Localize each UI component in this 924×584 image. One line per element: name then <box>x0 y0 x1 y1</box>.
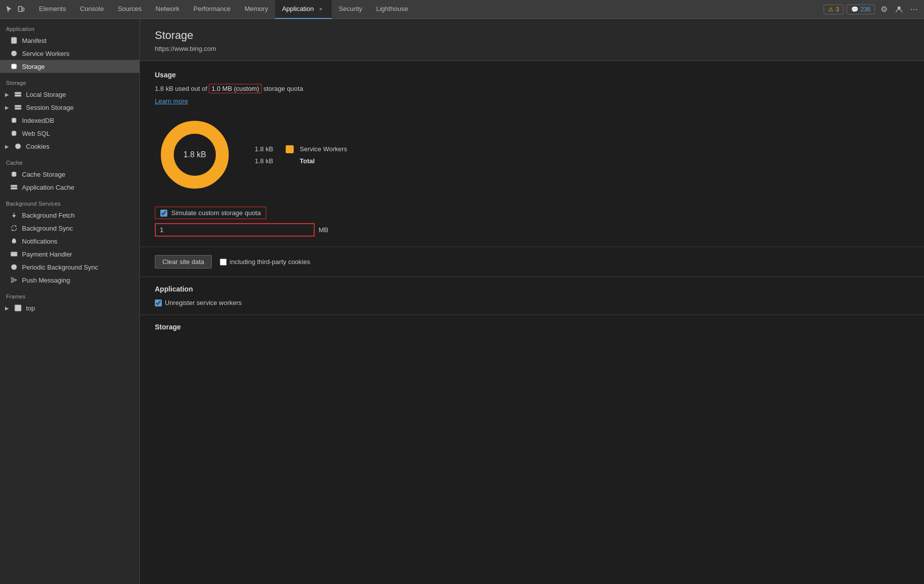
sidebar-item-notifications[interactable]: Notifications <box>0 235 139 248</box>
background-sync-icon <box>10 224 18 232</box>
warning-icon: ⚠ <box>828 6 834 13</box>
tab-sources[interactable]: Sources <box>111 0 149 19</box>
local-storage-icon <box>14 90 22 98</box>
tab-performance[interactable]: Performance <box>186 0 237 19</box>
svg-rect-1 <box>22 8 24 11</box>
legend-label-sw: Service Workers <box>300 145 347 153</box>
tab-application[interactable]: Application × <box>275 0 332 19</box>
app-section: Application Unregister service workers <box>140 277 924 315</box>
legend-row-service-workers: 1.8 kB Service Workers <box>255 145 347 153</box>
info-count: 236 <box>861 6 871 13</box>
sidebar-item-cache-storage[interactable]: Cache Storage <box>0 168 139 181</box>
usage-text: 1.8 kB used out of 1.0 MB (custom) stora… <box>155 84 909 93</box>
sidebar-item-service-workers[interactable]: Service Workers <box>0 47 139 60</box>
learn-more-link[interactable]: Learn more <box>155 97 909 105</box>
sidebar-item-indexeddb[interactable]: IndexedDB <box>0 114 139 127</box>
tab-lighthouse[interactable]: Lighthouse <box>369 0 415 19</box>
svg-point-2 <box>898 6 901 9</box>
storage-section-heading: Storage <box>155 323 909 331</box>
legend-value-sw: 1.8 kB <box>255 145 280 153</box>
legend-row-total: 1.8 kB Total <box>255 157 347 165</box>
simulate-quota-checkbox[interactable] <box>160 210 167 217</box>
usage-section: Usage 1.8 kB used out of 1.0 MB (custom)… <box>140 61 924 247</box>
background-fetch-icon <box>10 211 18 219</box>
chart-area: 1.8 kB 1.8 kB Service Workers 1.8 kB Tot… <box>155 115 909 195</box>
sidebar-item-push-messaging[interactable]: Push Messaging <box>0 274 139 287</box>
legend-swatch-sw <box>286 145 294 153</box>
periodic-bg-sync-icon <box>10 263 18 271</box>
service-workers-icon <box>10 49 18 57</box>
frames-top-icon <box>14 304 22 312</box>
sidebar-item-periodic-bg-sync[interactable]: Periodic Background Sync <box>0 261 139 274</box>
sidebar-item-application-cache[interactable]: Application Cache <box>0 181 139 194</box>
sidebar-section-storage: Storage <box>0 73 139 88</box>
tab-elements[interactable]: Elements <box>32 0 73 19</box>
unregister-sw-row: Unregister service workers <box>155 299 909 306</box>
sidebar-section-bg-services: Background Services <box>0 194 139 209</box>
third-party-label: including third-party cookies <box>230 258 310 266</box>
sidebar-item-local-storage[interactable]: ▶ Local Storage <box>0 88 139 101</box>
notifications-icon <box>10 237 18 245</box>
svg-point-18 <box>17 147 18 148</box>
simulate-quota-row: Simulate custom storage quota <box>155 207 266 219</box>
legend-label-total: Total <box>300 157 315 165</box>
tab-security[interactable]: Security <box>332 0 369 19</box>
sidebar-item-manifest[interactable]: Manifest <box>0 34 139 47</box>
third-party-checkbox[interactable] <box>220 259 227 266</box>
svg-rect-22 <box>11 252 17 256</box>
svg-rect-11 <box>15 105 21 107</box>
quota-input-row: MB <box>155 223 909 237</box>
cookies-arrow: ▶ <box>4 144 10 149</box>
sidebar-item-cookies[interactable]: ▶ Cookies <box>0 140 139 153</box>
sidebar-item-frames-top[interactable]: ▶ top <box>0 301 139 314</box>
session-storage-arrow: ▶ <box>4 105 10 110</box>
local-storage-arrow: ▶ <box>4 92 10 97</box>
page-title: Storage <box>155 29 909 42</box>
tab-list: Elements Console Sources Network Perform… <box>32 0 824 19</box>
storage-icon <box>10 62 18 70</box>
topbar: Elements Console Sources Network Perform… <box>0 0 924 19</box>
svg-rect-10 <box>15 95 21 96</box>
sidebar-section-frames: Frames <box>0 287 139 301</box>
unregister-sw-checkbox[interactable] <box>155 299 162 306</box>
simulate-quota-label: Simulate custom storage quota <box>171 209 261 217</box>
svg-rect-20 <box>11 185 17 187</box>
settings-button[interactable]: ⚙ <box>878 3 890 15</box>
tab-network[interactable]: Network <box>149 0 187 19</box>
application-cache-icon <box>10 183 18 191</box>
custom-quota-value: 1.0 MB (custom) <box>209 84 261 93</box>
cookies-icon <box>14 142 22 150</box>
sidebar-item-background-fetch[interactable]: Background Fetch <box>0 209 139 222</box>
sidebar-section-cache: Cache <box>0 153 139 168</box>
svg-rect-21 <box>11 188 17 189</box>
sidebar-item-payment-handler[interactable]: Payment Handler <box>0 248 139 261</box>
usage-title: Usage <box>155 71 909 79</box>
sidebar-item-web-sql[interactable]: Web SQL <box>0 127 139 140</box>
quota-input-field[interactable] <box>155 223 315 237</box>
info-icon: 💬 <box>851 6 859 13</box>
sidebar-item-storage[interactable]: Storage <box>0 60 139 73</box>
user-button[interactable] <box>893 3 905 15</box>
web-sql-icon <box>10 129 18 137</box>
clear-site-data-button[interactable]: Clear site data <box>155 255 212 269</box>
tab-memory[interactable]: Memory <box>238 0 275 19</box>
more-button[interactable]: ⋯ <box>908 3 920 15</box>
sidebar-section-application: Application <box>0 19 139 34</box>
donut-center-label: 1.8 kB <box>183 150 206 159</box>
device-icon[interactable] <box>16 4 26 14</box>
info-badge[interactable]: 💬 236 <box>847 4 875 14</box>
unregister-sw-label: Unregister service workers <box>165 299 242 306</box>
tab-close-icon[interactable]: × <box>317 5 325 13</box>
indexeddb-icon <box>10 116 18 124</box>
push-messaging-icon <box>10 276 18 284</box>
warning-badge[interactable]: ⚠ 3 <box>824 4 844 14</box>
chart-legend: 1.8 kB Service Workers 1.8 kB Total <box>255 145 347 165</box>
svg-point-15 <box>15 144 20 149</box>
sidebar-item-session-storage[interactable]: ▶ Session Storage <box>0 101 139 114</box>
cursor-icon[interactable] <box>4 4 14 14</box>
quota-unit-label: MB <box>319 226 329 234</box>
donut-chart: 1.8 kB <box>155 115 235 195</box>
cache-storage-icon <box>10 170 18 178</box>
sidebar-item-background-sync[interactable]: Background Sync <box>0 222 139 235</box>
tab-console[interactable]: Console <box>73 0 111 19</box>
